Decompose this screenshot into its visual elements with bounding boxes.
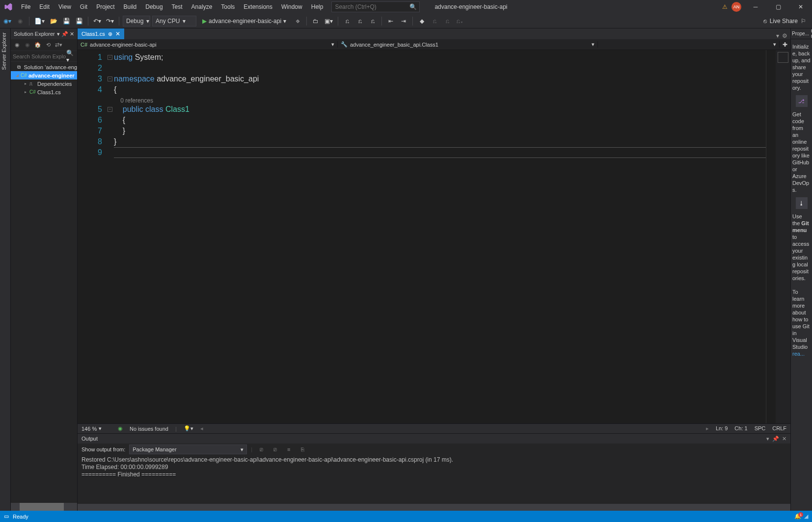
output-scrollbar[interactable] [78, 504, 790, 511]
git-changes-tab[interactable]: Git C... [810, 28, 812, 39]
menu-view[interactable]: View [54, 0, 76, 14]
solution-explorer-search-input[interactable] [13, 53, 66, 59]
output-dropdown-icon[interactable]: ▾ [766, 436, 769, 442]
notifications-icon[interactable]: 🔔1 [794, 513, 801, 520]
lightbulb-icon[interactable]: 💡▾ [184, 425, 193, 432]
close-button[interactable]: ✕ [789, 0, 812, 14]
server-explorer-tab[interactable]: Server Explorer [0, 28, 8, 74]
output-source-dropdown[interactable]: Package Manager▾ [129, 444, 247, 454]
code-text-area[interactable]: using System; namespace advance_engineer… [114, 50, 766, 423]
menu-git[interactable]: Git [76, 0, 92, 14]
menu-edit[interactable]: Edit [35, 0, 54, 14]
output-goto-icon[interactable]: ⎘ [298, 446, 307, 452]
breadcrumb-member[interactable]: ▾ [598, 41, 780, 48]
indent-mode[interactable]: SPC [755, 425, 766, 432]
menu-tools[interactable]: Tools [217, 0, 239, 14]
git-create-repo-icon[interactable]: ⎇ [796, 95, 808, 107]
feedback-icon[interactable]: ⚐ [801, 18, 806, 25]
output-clear-icon[interactable]: ⎚ [256, 446, 266, 452]
zoom-level[interactable]: 146 %▾ [81, 425, 111, 432]
properties-tab[interactable]: Prope... [791, 28, 810, 39]
tb-icon-1[interactable]: ⎌ [342, 16, 352, 26]
tb-icon-3[interactable]: ⎌ [367, 16, 378, 26]
open-button[interactable]: 📂 [48, 16, 59, 26]
se-sync-icon[interactable]: ⟲ [44, 41, 53, 50]
tb-indent-left[interactable]: ⇤ [385, 16, 396, 26]
cursor-col: Ch: 1 [734, 425, 747, 432]
menu-help[interactable]: Help [307, 0, 328, 14]
user-avatar[interactable]: AN [731, 2, 741, 12]
editor-minimap[interactable] [776, 50, 790, 423]
configuration-dropdown[interactable]: Debug▾ [123, 16, 150, 26]
line-ending[interactable]: CRLF [772, 425, 786, 432]
tree-project-node[interactable]: ◢C#advance-engineer [11, 71, 77, 79]
live-share-button[interactable]: Live Share [770, 18, 798, 25]
redo-button[interactable]: ↷▾ [105, 16, 115, 26]
code-editor[interactable]: 1234 56789 −− − using System; namespace … [78, 50, 790, 423]
status-corner-icon[interactable]: ◢ [804, 513, 808, 520]
tb-icon-2[interactable]: ⎌ [354, 16, 365, 26]
warning-icon[interactable]: ⚠ [722, 3, 728, 10]
minimize-button[interactable]: ─ [744, 0, 767, 14]
new-item-button[interactable]: 📄▾ [33, 16, 46, 26]
menu-window[interactable]: Window [277, 0, 307, 14]
solution-explorer-scrollbar[interactable] [11, 503, 77, 511]
breadcrumb-add-icon[interactable]: ✚ [780, 41, 790, 48]
se-fwd-icon[interactable]: ◉ [23, 41, 32, 50]
output-wrap-icon[interactable]: ≡ [284, 446, 294, 452]
forward-button[interactable]: ◉ [15, 16, 26, 26]
bookmark-button[interactable]: ◆ [416, 16, 427, 26]
git-clone-icon[interactable]: ⭳ [796, 197, 808, 209]
menu-test[interactable]: Test [167, 0, 187, 14]
browse-button[interactable]: 🗀 [310, 16, 321, 26]
layout-button[interactable]: ▣▾ [323, 16, 334, 26]
save-button[interactable]: 💾 [61, 16, 72, 26]
output-text[interactable]: Restored C:\Users\ashno\source\repos\adv… [78, 455, 790, 504]
panel-pin-icon[interactable]: 📌 [61, 31, 68, 37]
menu-extensions[interactable]: Extensions [239, 0, 277, 14]
output-close-icon[interactable]: ✕ [782, 436, 786, 442]
issues-label[interactable]: No issues found [130, 426, 168, 432]
editor-tab-class1[interactable]: Class1.cs ⊕ ✕ [78, 28, 124, 39]
nav-right-icon[interactable]: ▸ [706, 425, 709, 432]
panel-dropdown-icon[interactable]: ▾ [57, 31, 60, 37]
live-share-icon[interactable]: ⎋ [763, 18, 767, 25]
editor-tab-bar: Class1.cs ⊕ ✕ ▾ ⚙ [78, 28, 790, 39]
breadcrumb-class[interactable]: 🔧advance_engineer_basic_api.Class1▾ [338, 41, 598, 48]
se-back-icon[interactable]: ◉ [13, 41, 22, 50]
tab-pin-icon[interactable]: ⊕ [108, 31, 112, 37]
fold-gutter[interactable]: −− − [106, 50, 114, 423]
se-switch-icon[interactable]: ⇄▾ [54, 41, 63, 50]
breadcrumb-project[interactable]: C#advance-engineer-basic-api▾ [78, 41, 338, 48]
status-output-icon[interactable]: ▭ [4, 513, 13, 520]
tree-dependencies-node[interactable]: ▸⎍Dependencies [11, 79, 77, 88]
output-pin-icon[interactable]: 📌 [772, 436, 779, 442]
solution-explorer-search[interactable]: 🔍▾ [11, 51, 77, 62]
global-search[interactable]: 🔍 [331, 1, 420, 12]
back-button[interactable]: ◉▾ [2, 16, 13, 26]
undo-button[interactable]: ↶▾ [92, 16, 103, 26]
nav-left-icon[interactable]: ◂ [200, 425, 203, 432]
platform-dropdown[interactable]: Any CPU▾ [152, 16, 196, 26]
git-learn-link[interactable]: rea... [792, 351, 805, 357]
panel-close-icon[interactable]: ✕ [70, 31, 74, 37]
global-search-input[interactable] [335, 3, 409, 10]
run-no-debug-button[interactable]: ⎆ [292, 16, 303, 26]
tree-solution-node[interactable]: ⧉Solution 'advance-eng [11, 63, 77, 71]
tb-indent-right[interactable]: ⇥ [398, 16, 409, 26]
tab-close-icon[interactable]: ✕ [115, 30, 120, 37]
se-home-icon[interactable]: 🏠 [33, 41, 42, 50]
output-toggle-icon[interactable]: ⎚ [270, 446, 280, 452]
start-debug-button[interactable]: ▶advance-engineer-basic-api▾ [198, 16, 290, 26]
save-all-button[interactable]: 💾 [74, 16, 84, 26]
tab-settings-icon[interactable]: ⚙ [782, 32, 787, 39]
menu-debug[interactable]: Debug [141, 0, 167, 14]
menu-analyze[interactable]: Analyze [187, 0, 217, 14]
tree-class1-node[interactable]: ▸C#Class1.cs [11, 88, 77, 96]
menu-build[interactable]: Build [119, 0, 141, 14]
maximize-button[interactable]: ▢ [767, 0, 789, 14]
menu-project[interactable]: Project [92, 0, 119, 14]
editor-scrollbar[interactable] [766, 50, 776, 423]
menu-file[interactable]: File [17, 0, 35, 14]
tab-overflow-icon[interactable]: ▾ [776, 32, 779, 39]
